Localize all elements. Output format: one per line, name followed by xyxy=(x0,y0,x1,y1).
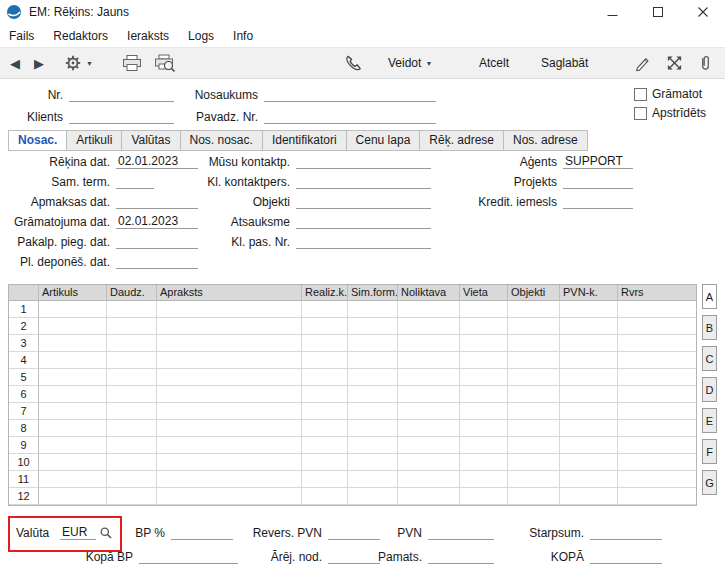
table-cell[interactable] xyxy=(348,386,398,403)
table-cell[interactable] xyxy=(107,369,157,386)
field-pavadz-nr-input[interactable] xyxy=(264,109,436,124)
table-cell[interactable] xyxy=(39,335,107,352)
table-cell[interactable] xyxy=(157,420,302,437)
table-cell[interactable] xyxy=(302,301,348,318)
table-cell[interactable] xyxy=(348,420,398,437)
table-cell[interactable] xyxy=(39,403,107,420)
table-cell[interactable] xyxy=(508,488,560,505)
table-cell[interactable] xyxy=(508,454,560,471)
field-valuta-input[interactable]: EUR xyxy=(60,525,96,540)
row-number[interactable]: 8 xyxy=(9,420,39,437)
table-cell[interactable] xyxy=(39,488,107,505)
table-cell[interactable] xyxy=(348,318,398,335)
flip-tab-b[interactable]: B xyxy=(702,315,717,340)
table-cell[interactable] xyxy=(398,318,460,335)
checkbox-gramatot[interactable]: Grāmatot xyxy=(634,87,702,101)
table-cell[interactable] xyxy=(618,403,696,420)
table-cell[interactable] xyxy=(508,437,560,454)
flip-tab-e[interactable]: E xyxy=(702,408,717,433)
table-cell[interactable] xyxy=(348,301,398,318)
table-cell[interactable] xyxy=(618,454,696,471)
table-cell[interactable] xyxy=(39,318,107,335)
table-cell[interactable] xyxy=(508,352,560,369)
field-kopa-input[interactable] xyxy=(590,549,662,564)
table-cell[interactable] xyxy=(157,352,302,369)
table-row[interactable]: 12 xyxy=(9,488,696,505)
table-cell[interactable] xyxy=(348,488,398,505)
back-icon[interactable]: ◀ xyxy=(10,56,20,71)
tab-identifikatori[interactable]: Identifikatori xyxy=(263,130,347,151)
table-cell[interactable] xyxy=(157,335,302,352)
table-cell[interactable] xyxy=(460,403,508,420)
row-number[interactable]: 2 xyxy=(9,318,39,335)
table-row[interactable]: 10 xyxy=(9,454,696,471)
checkbox-apstridets[interactable]: Apstrīdēts xyxy=(634,106,706,120)
maximize-icon[interactable] xyxy=(635,0,680,24)
table-cell[interactable] xyxy=(460,420,508,437)
table-cell[interactable] xyxy=(302,403,348,420)
table-cell[interactable] xyxy=(618,386,696,403)
table-cell[interactable] xyxy=(460,335,508,352)
minimize-icon[interactable] xyxy=(590,0,635,24)
field-starpsum-input[interactable] xyxy=(590,525,662,540)
table-cell[interactable] xyxy=(618,488,696,505)
table-cell[interactable] xyxy=(508,403,560,420)
table-cell[interactable] xyxy=(618,301,696,318)
table-cell[interactable] xyxy=(398,369,460,386)
tab-nos-nosac[interactable]: Nos. nosac. xyxy=(181,130,263,151)
table-cell[interactable] xyxy=(560,318,618,335)
table-cell[interactable] xyxy=(157,437,302,454)
field-pl-depones-dat-input[interactable] xyxy=(116,254,198,269)
field-pamats-input[interactable] xyxy=(428,549,494,564)
table-cell[interactable] xyxy=(508,318,560,335)
table-cell[interactable] xyxy=(398,471,460,488)
row-number[interactable]: 12 xyxy=(9,488,39,505)
table-cell[interactable] xyxy=(618,420,696,437)
table-cell[interactable] xyxy=(157,403,302,420)
table-cell[interactable] xyxy=(348,352,398,369)
table-cell[interactable] xyxy=(107,386,157,403)
table-cell[interactable] xyxy=(508,335,560,352)
field-agents-input[interactable]: SUPPORT xyxy=(563,154,633,169)
cross-arrows-icon[interactable] xyxy=(666,55,683,72)
table-cell[interactable] xyxy=(460,454,508,471)
field-projekts-input[interactable] xyxy=(563,174,633,189)
field-nr-input[interactable] xyxy=(69,87,174,102)
row-number[interactable]: 7 xyxy=(9,403,39,420)
table-cell[interactable] xyxy=(398,352,460,369)
table-cell[interactable] xyxy=(460,437,508,454)
tab-valutas[interactable]: Valūtas xyxy=(122,130,180,151)
tab-nosac[interactable]: Nosac. xyxy=(8,130,67,151)
row-number[interactable]: 1 xyxy=(9,301,39,318)
table-cell[interactable] xyxy=(460,488,508,505)
field-objekti-input[interactable] xyxy=(296,194,431,209)
menu-logs[interactable]: Logs xyxy=(188,29,214,43)
field-kl-kontaktpers-input[interactable] xyxy=(296,174,431,189)
table-cell[interactable] xyxy=(39,301,107,318)
row-number[interactable]: 9 xyxy=(9,437,39,454)
table-cell[interactable] xyxy=(157,386,302,403)
table-cell[interactable] xyxy=(560,471,618,488)
field-atsauksme-input[interactable] xyxy=(296,214,431,229)
table-cell[interactable] xyxy=(460,369,508,386)
field-bp-input[interactable] xyxy=(171,525,233,540)
table-cell[interactable] xyxy=(618,369,696,386)
table-cell[interactable] xyxy=(302,437,348,454)
table-cell[interactable] xyxy=(107,454,157,471)
table-cell[interactable] xyxy=(302,318,348,335)
table-cell[interactable] xyxy=(302,420,348,437)
table-cell[interactable] xyxy=(39,437,107,454)
tab-artikuli[interactable]: Artikuli xyxy=(67,130,122,151)
field-nosaukums-input[interactable] xyxy=(264,87,436,102)
table-cell[interactable] xyxy=(157,369,302,386)
table-row[interactable]: 7 xyxy=(9,403,696,420)
table-cell[interactable] xyxy=(107,301,157,318)
row-number[interactable]: 3 xyxy=(9,335,39,352)
flip-tab-d[interactable]: D xyxy=(702,377,717,402)
table-cell[interactable] xyxy=(348,369,398,386)
phone-icon[interactable] xyxy=(344,54,363,73)
table-cell[interactable] xyxy=(348,403,398,420)
field-sam-term-input[interactable] xyxy=(116,174,154,189)
table-row[interactable]: 4 xyxy=(9,352,696,369)
table-cell[interactable] xyxy=(157,454,302,471)
